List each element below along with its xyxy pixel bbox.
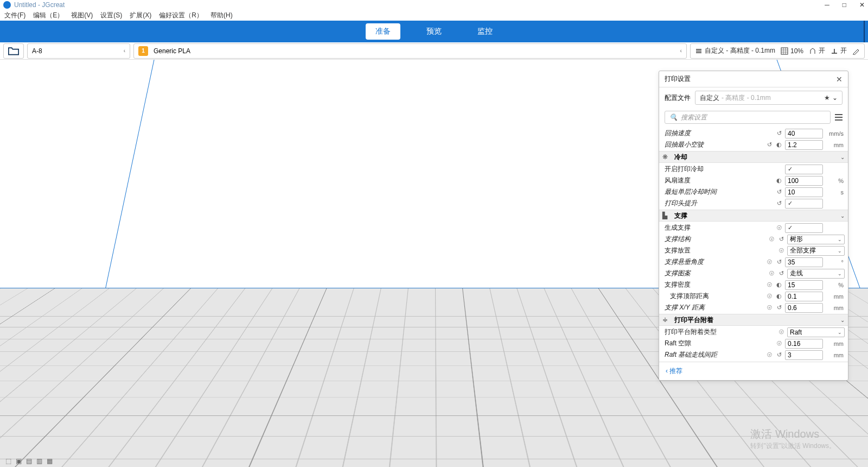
setting-support-enable: 生成支撑 ⦾ bbox=[665, 222, 845, 234]
settings-search-input[interactable]: 🔍 搜索设置 bbox=[665, 111, 831, 124]
open-file-button[interactable] bbox=[3, 43, 24, 59]
cooling-enable-checkbox[interactable] bbox=[785, 165, 823, 174]
profile-selector[interactable]: 自定义 - 高精度 - 0.1mm ★ ⌄ bbox=[695, 91, 843, 105]
menu-extensions[interactable]: 扩展(X) bbox=[130, 11, 151, 20]
adhesion-type-select[interactable]: Raft⌄ bbox=[787, 327, 845, 337]
support-value: 开 bbox=[819, 46, 825, 55]
view-front-icon[interactable]: ▣ bbox=[16, 457, 22, 465]
tab-preview[interactable]: 预览 bbox=[417, 23, 451, 40]
statusbar: ⬚ ▣ ▤ ▥ ▦ bbox=[0, 455, 58, 467]
support-xy-input[interactable]: 0.6 bbox=[785, 303, 823, 313]
setting-support-structure: 支撑结构 ⦾ ↺ 树形⌄ bbox=[665, 234, 845, 245]
menu-edit[interactable]: 编辑（E） bbox=[33, 11, 63, 20]
close-button[interactable]: ✕ bbox=[859, 1, 865, 9]
setting-support-placement: 支撑放置 ⦾ 全部支撑⌄ bbox=[665, 245, 845, 256]
support-angle-input[interactable]: 35 bbox=[785, 257, 823, 267]
link-icon[interactable]: ⦾ bbox=[765, 304, 773, 311]
reset-icon[interactable]: ↺ bbox=[775, 304, 783, 311]
chevron-left-icon: ‹ bbox=[124, 48, 125, 54]
head-lift-checkbox[interactable] bbox=[785, 199, 823, 209]
reset-icon[interactable]: ↺ bbox=[775, 351, 783, 358]
support-placement-select[interactable]: 全部支撑⌄ bbox=[787, 246, 845, 256]
menu-view[interactable]: 视图(V) bbox=[71, 11, 93, 20]
chevron-down-icon: ⌄ bbox=[840, 317, 845, 323]
view-left-icon[interactable]: ▥ bbox=[36, 457, 42, 465]
tab-prepare[interactable]: 准备 bbox=[366, 23, 400, 40]
menu-help[interactable]: 帮助(H) bbox=[210, 11, 233, 20]
reset-icon[interactable]: ↺ bbox=[765, 141, 773, 148]
link-icon[interactable]: ⦾ bbox=[768, 236, 775, 243]
link-icon[interactable]: ⦾ bbox=[765, 351, 773, 358]
setting-retract-speed: 回抽速度 ↺ 40 mm/s bbox=[665, 128, 845, 139]
setting-support-angle: 支撑悬垂角度 ⦾ ↺ 35 ° bbox=[665, 256, 845, 268]
reset-icon[interactable]: ↺ bbox=[775, 258, 783, 266]
setting-retract-min-travel: 回抽最小空驶 ↺ ◐ 1.2 mm bbox=[665, 139, 845, 150]
recommended-link[interactable]: ‹ 推荐 bbox=[666, 367, 682, 376]
menu-prefs[interactable]: 偏好设置（R） bbox=[159, 11, 203, 20]
section-support[interactable]: ▙ 支撑 ⌄ bbox=[659, 210, 848, 222]
reset-icon[interactable]: ↺ bbox=[775, 130, 783, 137]
info-icon[interactable]: ◐ bbox=[775, 281, 783, 288]
profile-summary: 自定义 - 高精度 - 0.1mm bbox=[705, 46, 775, 55]
reset-icon[interactable]: ↺ bbox=[777, 270, 785, 277]
view-3d-icon[interactable]: ⬚ bbox=[5, 457, 11, 465]
reset-icon[interactable]: ↺ bbox=[775, 188, 783, 195]
star-icon[interactable]: ★ bbox=[824, 94, 830, 102]
maximize-button[interactable]: □ bbox=[843, 1, 846, 9]
adhesion-icon bbox=[831, 47, 838, 55]
link-icon[interactable]: ⦾ bbox=[777, 247, 785, 254]
view-right-icon[interactable]: ▦ bbox=[47, 457, 53, 465]
support-icon bbox=[809, 47, 816, 55]
chevron-down-icon: ⌄ bbox=[832, 94, 838, 102]
reset-icon[interactable]: ↺ bbox=[775, 200, 783, 207]
menubar: 文件(F) 编辑（E） 视图(V) 设置(S) 扩展(X) 偏好设置（R） 帮助… bbox=[0, 10, 868, 21]
link-icon[interactable]: ⦾ bbox=[775, 340, 783, 347]
view-top-icon[interactable]: ▤ bbox=[26, 457, 32, 465]
section-cooling[interactable]: ❋ 冷却 ⌄ bbox=[659, 151, 848, 163]
hamburger-icon[interactable] bbox=[835, 114, 843, 121]
support-structure-select[interactable]: 树形⌄ bbox=[787, 235, 845, 244]
fan-speed-input[interactable]: 100 bbox=[785, 176, 823, 186]
retract-min-input[interactable]: 1.2 bbox=[785, 140, 823, 150]
link-icon[interactable]: ⦾ bbox=[765, 293, 773, 300]
info-icon[interactable]: ◐ bbox=[775, 293, 783, 300]
windows-watermark: 激活 Windows 转到"设置"以激活 Windows。 bbox=[750, 427, 835, 451]
search-placeholder: 搜索设置 bbox=[681, 113, 707, 122]
link-icon[interactable]: ⦾ bbox=[775, 224, 783, 231]
reset-icon[interactable]: ↺ bbox=[777, 236, 785, 243]
info-icon[interactable]: ◐ bbox=[775, 141, 783, 148]
link-icon[interactable]: ⦾ bbox=[765, 281, 773, 288]
menu-file[interactable]: 文件(F) bbox=[4, 11, 25, 20]
setting-adhesion-type: 打印平台附着类型 ⦾ Raft⌄ bbox=[665, 326, 845, 338]
info-icon[interactable]: ◐ bbox=[775, 177, 783, 184]
toolbar: A-8 ‹ 1 Generic PLA ‹ 自定义 - 高精度 - 0.1mm … bbox=[0, 42, 868, 60]
printer-name: A-8 bbox=[32, 47, 42, 55]
minimize-button[interactable]: ─ bbox=[825, 1, 829, 9]
raft-base-line-input[interactable]: 3 bbox=[785, 350, 823, 360]
setting-support-density: 支撑密度 ⦾ ◐ 15 % bbox=[665, 279, 845, 291]
min-layer-time-input[interactable]: 10 bbox=[785, 187, 823, 197]
printer-selector[interactable]: A-8 ‹ bbox=[27, 43, 130, 59]
section-adhesion[interactable]: ≑ 打印平台附着 ⌄ bbox=[659, 314, 848, 326]
profile-name: 自定义 bbox=[700, 93, 719, 103]
build-volume-edge bbox=[103, 60, 155, 299]
retract-speed-input[interactable]: 40 bbox=[785, 129, 823, 138]
tab-monitor[interactable]: 监控 bbox=[468, 23, 502, 40]
link-icon[interactable]: ⦾ bbox=[765, 258, 773, 266]
support-pattern-select[interactable]: 走线⌄ bbox=[787, 269, 845, 279]
setting-head-lift: 打印头提升 ↺ bbox=[665, 198, 845, 209]
panel-close-button[interactable]: ✕ bbox=[836, 75, 843, 84]
print-settings-summary[interactable]: 自定义 - 高精度 - 0.1mm 10% 开 开 bbox=[690, 43, 865, 59]
edit-icon[interactable] bbox=[852, 47, 860, 55]
support-top-dist-input[interactable]: 0.1 bbox=[785, 292, 823, 301]
link-icon[interactable]: ⦾ bbox=[768, 270, 775, 277]
material-selector[interactable]: 1 Generic PLA ‹ bbox=[133, 43, 687, 59]
raft-gap-input[interactable]: 0.16 bbox=[785, 339, 823, 349]
support-density-input[interactable]: 15 bbox=[785, 280, 823, 290]
support-enable-checkbox[interactable] bbox=[785, 223, 823, 233]
infill-value: 10% bbox=[790, 47, 803, 55]
app-icon bbox=[3, 1, 11, 9]
menu-settings[interactable]: 设置(S) bbox=[100, 11, 122, 20]
link-icon[interactable]: ⦾ bbox=[777, 329, 785, 336]
search-icon: 🔍 bbox=[669, 113, 678, 121]
